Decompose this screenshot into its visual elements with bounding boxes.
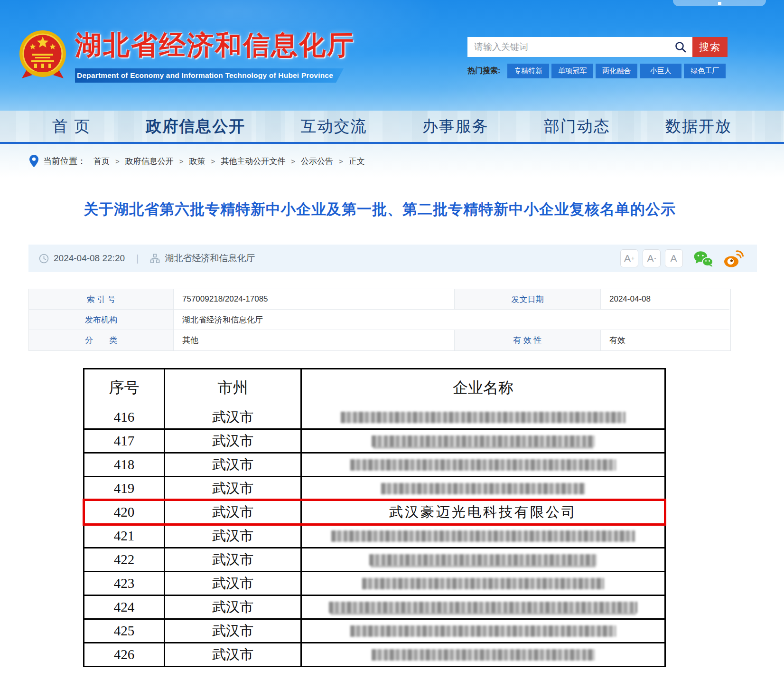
cell-city: 武汉市 bbox=[165, 454, 302, 476]
font-size-button[interactable]: A bbox=[665, 249, 683, 267]
table-row: 426武汉市 bbox=[84, 642, 664, 666]
breadcrumb-link[interactable]: 首页 bbox=[93, 156, 110, 167]
breadcrumb-separator-icon: > bbox=[211, 157, 215, 165]
meta-org-label: 发布机构 bbox=[29, 310, 174, 330]
brand: 湖北省经济和信息化厅 Department of Economy and Inf… bbox=[18, 28, 355, 83]
breadcrumb-separator-icon: > bbox=[179, 157, 184, 165]
font-size-button[interactable]: A- bbox=[643, 249, 661, 267]
article-meta-left: 2024-04-08 22:20 | 湖北省经济和信息化厅 bbox=[39, 252, 255, 265]
main-nav: 首 页政府信息公开互动交流办事服务部门动态数据开放 bbox=[0, 111, 784, 142]
cell-no: 425 bbox=[84, 620, 165, 642]
nav-item[interactable]: 首 页 bbox=[52, 116, 91, 137]
cell-city: 武汉市 bbox=[165, 406, 302, 428]
cell-no: 424 bbox=[84, 596, 165, 618]
site-subtitle-banner: Department of Economy and Information Te… bbox=[75, 68, 344, 83]
wechat-share-icon[interactable] bbox=[693, 250, 713, 267]
cell-no: 419 bbox=[84, 477, 165, 500]
table-row: 424武汉市 bbox=[84, 595, 664, 618]
nav-items: 首 页政府信息公开互动交流办事服务部门动态数据开放 bbox=[0, 111, 784, 142]
table-header-row: 序号 市州 企业名称 bbox=[84, 369, 664, 406]
breadcrumb-items: 首页>政府信息公开>政策>其他主动公开文件>公示公告>正文 bbox=[93, 156, 365, 167]
search-area: 搜索 热门搜索: 专精特新单项冠军两化融合小巨人绿色工厂 bbox=[467, 37, 728, 78]
nav-item[interactable]: 互动交流 bbox=[300, 116, 367, 137]
meta-index-label: 索 引 号 bbox=[29, 289, 174, 310]
breadcrumb-label: 当前位置： bbox=[43, 155, 86, 167]
breadcrumb-separator-icon: > bbox=[291, 157, 295, 165]
hot-search-row: 热门搜索: 专精特新单项冠军两化融合小巨人绿色工厂 bbox=[467, 64, 728, 78]
redacted-company-name bbox=[369, 554, 597, 566]
cell-no: 418 bbox=[84, 454, 165, 476]
weibo-share-icon[interactable] bbox=[724, 250, 745, 267]
nav-item[interactable]: 部门动态 bbox=[544, 116, 610, 137]
table-row: 417武汉市 bbox=[84, 428, 664, 452]
breadcrumb-separator-icon: > bbox=[115, 157, 120, 165]
nav-item[interactable]: 数据开放 bbox=[665, 116, 732, 137]
site-title: 湖北省经济和信息化厅 bbox=[75, 28, 355, 64]
table-row: 418武汉市 bbox=[84, 452, 664, 476]
font-size-buttons: A+A-A bbox=[616, 249, 683, 267]
cell-no: 416 bbox=[84, 406, 165, 428]
table-body: 416武汉市417武汉市418武汉市419武汉市420武汉市武汉豪迈光电科技有限… bbox=[84, 406, 664, 666]
meta-index-value: 757009218/2024-17085 bbox=[174, 289, 455, 310]
redacted-company-name bbox=[362, 578, 604, 589]
redacted-company-name bbox=[372, 435, 595, 447]
location-pin-icon bbox=[29, 155, 38, 167]
breadcrumb-link[interactable]: 政策 bbox=[189, 156, 205, 167]
cell-city: 武汉市 bbox=[165, 620, 302, 642]
table-row-highlighted: 420武汉市武汉豪迈光电科技有限公司 bbox=[84, 500, 664, 523]
breadcrumb-link[interactable]: 政府信息公开 bbox=[125, 156, 174, 167]
redacted-company-name bbox=[381, 483, 585, 494]
breadcrumb-link[interactable]: 公示公告 bbox=[301, 156, 333, 167]
widget-dot-icon bbox=[718, 2, 721, 5]
header-city: 市州 bbox=[165, 369, 302, 406]
floating-widget[interactable] bbox=[673, 0, 766, 6]
article-title: 关于湖北省第六批专精特新中小企业及第一批、第二批专精特新中小企业复核名单的公示 bbox=[28, 199, 731, 219]
cell-no: 426 bbox=[84, 643, 165, 666]
cell-company-name bbox=[302, 525, 664, 547]
brand-text: 湖北省经济和信息化厅 Department of Economy and Inf… bbox=[75, 28, 355, 83]
search-box bbox=[467, 37, 692, 57]
redacted-company-name bbox=[372, 649, 595, 661]
header-company: 企业名称 bbox=[302, 369, 664, 406]
breadcrumb-link[interactable]: 其他主动公开文件 bbox=[221, 156, 285, 167]
article-meta-bar: 2024-04-08 22:20 | 湖北省经济和信息化厅 A+A-A bbox=[28, 245, 757, 272]
table-row: 425武汉市 bbox=[84, 618, 664, 642]
table-row: 422武汉市 bbox=[84, 547, 664, 571]
hot-tags: 专精特新单项冠军两化融合小巨人绿色工厂 bbox=[505, 64, 726, 78]
cell-city: 武汉市 bbox=[165, 643, 302, 666]
cell-city: 武汉市 bbox=[165, 430, 302, 452]
header-no: 序号 bbox=[84, 369, 165, 406]
font-size-button[interactable]: A+ bbox=[620, 249, 638, 267]
table-row: 416武汉市 bbox=[84, 406, 664, 428]
cell-no: 420 bbox=[84, 501, 165, 523]
meta-category-label: 分 类 bbox=[29, 330, 174, 350]
redacted-company-name bbox=[341, 412, 625, 423]
search-icon[interactable] bbox=[674, 41, 687, 53]
redacted-company-name bbox=[350, 625, 616, 637]
nav-item[interactable]: 办事服务 bbox=[422, 116, 489, 137]
cell-company-name bbox=[302, 406, 664, 428]
cell-city: 武汉市 bbox=[165, 501, 302, 523]
hot-search-tag[interactable]: 专精特新 bbox=[507, 64, 549, 78]
meta-org-value: 湖北省经济和信息化厅 bbox=[174, 310, 729, 330]
article-source: 湖北省经济和信息化厅 bbox=[165, 252, 255, 265]
cell-city: 武汉市 bbox=[165, 548, 302, 571]
site-header: 湖北省经济和信息化厅 Department of Economy and Inf… bbox=[0, 0, 784, 111]
meta-date-value: 2024-04-08 bbox=[601, 289, 729, 310]
cell-company-name bbox=[302, 430, 664, 452]
cell-city: 武汉市 bbox=[165, 525, 302, 547]
cell-company-name bbox=[302, 477, 664, 500]
clock-icon bbox=[39, 254, 49, 264]
meta-category-value: 其他 bbox=[174, 330, 455, 350]
nav-item[interactable]: 政府信息公开 bbox=[146, 116, 245, 137]
cell-no: 421 bbox=[84, 525, 165, 547]
hot-search-tag[interactable]: 绿色工厂 bbox=[684, 64, 726, 78]
hot-search-tag[interactable]: 小巨人 bbox=[640, 64, 681, 78]
hot-search-tag[interactable]: 两化融合 bbox=[596, 64, 637, 78]
search-input[interactable] bbox=[467, 42, 674, 52]
hot-search-tag[interactable]: 单项冠军 bbox=[551, 64, 593, 78]
cell-company-name bbox=[302, 454, 664, 476]
meta-validity-label: 有 效 性 bbox=[455, 330, 601, 350]
page: 湖北省经济和信息化厅 Department of Economy and Inf… bbox=[0, 0, 784, 690]
search-button[interactable]: 搜索 bbox=[692, 37, 728, 57]
